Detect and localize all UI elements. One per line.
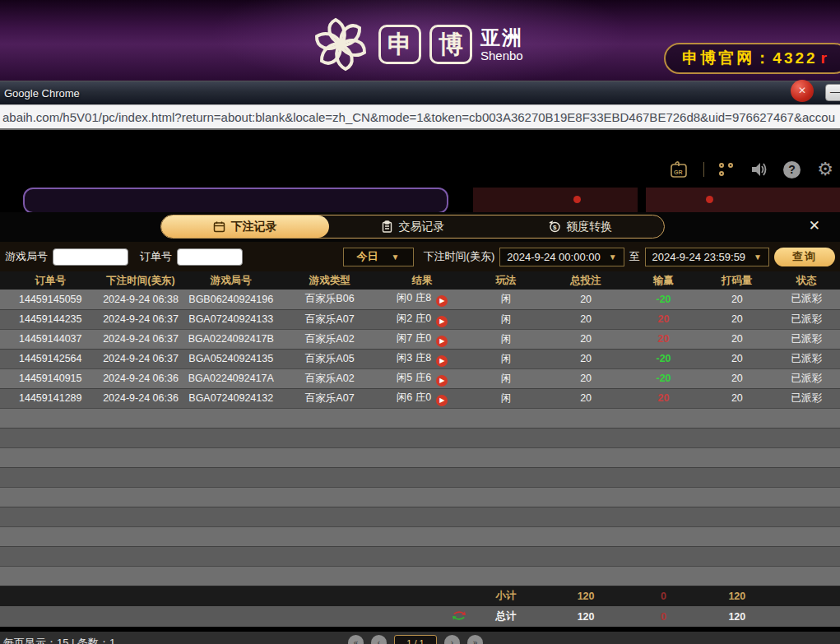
column-header: 玩法 [466, 271, 546, 290]
game-page: GR ? ⚙ [0, 130, 840, 644]
cell-round: BGA0224092417A [181, 368, 282, 388]
background-block [646, 188, 840, 214]
cell-result: 闲0 庄8▶ [378, 290, 466, 309]
header-row: 订单号下注时间(美东)游戏局号游戏类型结果玩法总投注输赢打码量状态 [0, 271, 840, 290]
filter-bar: 游戏局号 订单号 今日 ▼ 下注时间(美东) 2024-9-24 00:00:0… [0, 242, 840, 271]
gr-badge-icon[interactable]: GR [669, 160, 689, 179]
table-row[interactable]: 144591425642024-9-24 06:37BGA05240924135… [0, 349, 840, 368]
total-label: 总计 [466, 606, 546, 627]
prev-page-button[interactable]: ‹ [371, 635, 387, 644]
floating-close-button[interactable]: ✕ [791, 80, 814, 102]
cell-order: 14459142564 [0, 349, 101, 368]
play-video-icon[interactable]: ▶ [436, 375, 448, 387]
browser-urlbar[interactable]: abaih.com/h5V01/pc/index.html?return=abo… [0, 104, 840, 130]
brand-char-shen: 申 [378, 25, 421, 64]
table-row[interactable]: 144591450592024-9-24 06:38BGB06240924196… [0, 290, 840, 309]
table-row[interactable]: 144591409152024-9-24 06:36BGA0224092417A… [0, 368, 840, 388]
play-video-icon[interactable]: ▶ [436, 395, 448, 406]
play-video-icon[interactable]: ▶ [436, 295, 448, 307]
total-turnover: 120 [701, 606, 773, 627]
cell-round: BGB06240924196 [181, 290, 282, 309]
table-header: 订单号下注时间(美东)游戏局号游戏类型结果玩法总投注输赢打码量状态 [0, 271, 840, 290]
official-site-pill: 申博官网：4322r [664, 43, 840, 74]
browser-titlebar: Google Chrome [0, 81, 840, 104]
column-header: 下注时间(美东) [101, 271, 181, 290]
column-header: 结果 [378, 271, 466, 290]
tab-quota-transfer[interactable]: $ 额度转换 [496, 215, 664, 238]
cell-time: 2024-9-24 06:37 [101, 349, 181, 368]
cell-bet: 20 [546, 368, 626, 388]
tab-label: 交易记录 [399, 220, 445, 234]
cell-time: 2024-9-24 06:38 [101, 290, 181, 309]
next-page-button[interactable]: › [444, 635, 460, 644]
cell-time: 2024-9-24 06:36 [101, 368, 181, 388]
cell-round: BGA07240924132 [181, 388, 282, 408]
cell-game: 百家乐A07 [281, 388, 378, 408]
refresh-swap-icon[interactable] [452, 610, 466, 621]
svg-text:GR: GR [674, 169, 683, 175]
empty-row [0, 507, 840, 526]
page-toolbar: GR ? ⚙ [669, 160, 835, 179]
window-minimize-button[interactable]: — [825, 84, 840, 101]
site-header: 申 博 亚洲 Shenbo 申博官网：4322r [0, 0, 840, 81]
table-row[interactable]: 144591440372024-9-24 06:37BGA0224092417B… [0, 329, 840, 349]
cell-game: 百家乐A05 [281, 349, 378, 368]
total-row: 总计 120 0 120 [0, 606, 840, 627]
pager-controls: « ‹ 1 / 1 › » [348, 635, 483, 644]
empty-row [0, 408, 840, 428]
cell-round: BGA05240924135 [181, 349, 282, 368]
tab-bet-records[interactable]: 下注记录 [161, 215, 329, 238]
dots-icon[interactable] [719, 162, 734, 177]
play-video-icon[interactable]: ▶ [436, 316, 448, 327]
table-row[interactable]: 144591412892024-9-24 06:36BGA07240924132… [0, 388, 840, 408]
empty-row [0, 487, 840, 507]
column-header: 状态 [773, 271, 840, 290]
tab-label: 额度转换 [566, 220, 612, 234]
cell-status: 已派彩 [773, 309, 840, 329]
cell-order: 14459144235 [0, 309, 101, 329]
background-block [473, 188, 638, 214]
cell-winloss: 20 [626, 329, 702, 349]
page-number-box: 1 / 1 [394, 635, 437, 644]
official-site-tail: r [821, 49, 827, 67]
table-row[interactable]: 144591442352024-9-24 06:37BGA07240924133… [0, 309, 840, 329]
empty-row [0, 428, 840, 447]
play-video-icon[interactable]: ▶ [436, 355, 448, 367]
cell-play: 闲 [466, 309, 546, 329]
date-to-select[interactable]: 2024-9-24 23:59:59 ▼ [645, 248, 769, 266]
speaker-icon[interactable] [749, 160, 768, 179]
cell-bet: 20 [546, 290, 626, 309]
settings-gear-icon[interactable]: ⚙ [815, 160, 835, 179]
last-page-button[interactable]: » [467, 635, 483, 644]
bet-records-modal: 下注记录 交易记录 $ 额度转换 ✕ [0, 212, 840, 632]
cell-play: 闲 [466, 290, 546, 309]
background-dot [573, 196, 581, 203]
cell-turnover: 20 [701, 368, 773, 388]
cell-order: 14459144037 [0, 329, 101, 349]
cell-status: 已派彩 [773, 290, 840, 309]
column-header: 打码量 [701, 271, 773, 290]
url-text[interactable]: abaih.com/h5V01/pc/index.html?return=abo… [0, 110, 835, 124]
date-from-select[interactable]: 2024-9-24 00:00:00 ▼ [499, 248, 624, 266]
cell-result: 闲3 庄8▶ [378, 349, 466, 368]
empty-row [0, 467, 840, 487]
search-button[interactable]: 查询 [774, 248, 835, 266]
screen: 申 博 亚洲 Shenbo 申博官网：4322r Google Chrome ✕… [0, 0, 840, 644]
modal-close-icon[interactable]: ✕ [809, 219, 820, 233]
brand-region: 亚洲 [480, 28, 523, 48]
game-round-input[interactable] [53, 248, 128, 266]
column-header: 游戏类型 [281, 271, 378, 290]
cell-bet: 20 [546, 388, 626, 408]
subtotal-bet: 120 [546, 586, 626, 606]
cell-time: 2024-9-24 06:37 [101, 329, 181, 349]
cell-turnover: 20 [701, 329, 773, 349]
cell-winloss: -20 [626, 368, 702, 388]
subtotal-label: 小计 [466, 586, 546, 606]
first-page-button[interactable]: « [348, 635, 364, 644]
help-icon[interactable]: ? [783, 161, 801, 178]
play-video-icon[interactable]: ▶ [436, 336, 448, 347]
order-input[interactable] [177, 248, 243, 266]
cell-order: 14459145059 [0, 290, 101, 309]
date-preset-select[interactable]: 今日 ▼ [343, 248, 414, 266]
tab-transactions[interactable]: 交易记录 [329, 215, 497, 238]
